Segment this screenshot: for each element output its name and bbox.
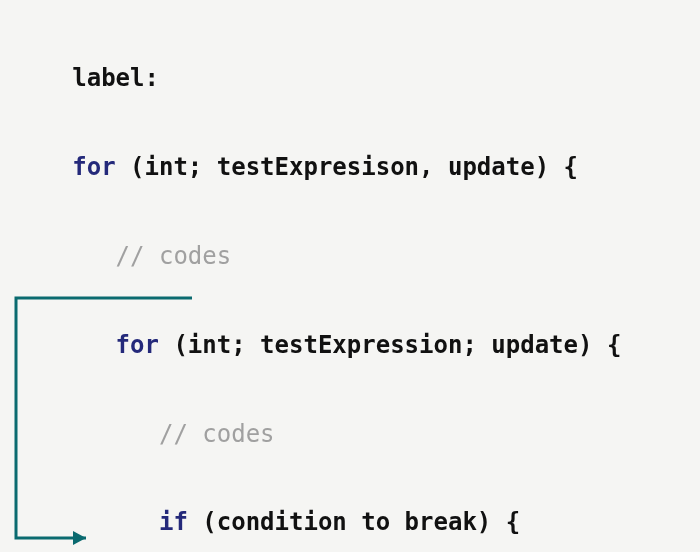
comment-1: // codes	[116, 242, 232, 270]
inner-for-params: (int; testExpression; update) {	[159, 331, 621, 359]
code-block: label: for (int; testExpresison, update)…	[0, 12, 621, 552]
code-label: label:	[0, 64, 159, 92]
outer-for-params: (int; testExpresison, update) {	[116, 153, 578, 181]
keyword-for-inner: for	[116, 331, 159, 359]
keyword-if: if	[159, 508, 188, 536]
keyword-for-outer: for	[72, 153, 115, 181]
if-condition: (condition to break) {	[188, 508, 520, 536]
comment-2: // codes	[159, 420, 275, 448]
